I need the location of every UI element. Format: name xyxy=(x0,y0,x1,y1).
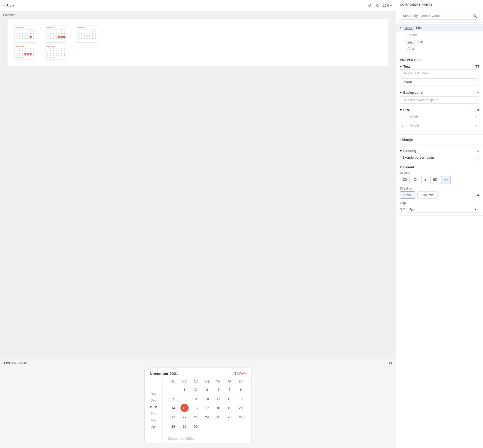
cal-day-13[interactable]: 13 xyxy=(237,395,245,403)
preview-area: LIVE PREVIEW ⊡ November 2021 TODAY Nov D… xyxy=(0,358,396,448)
background-token-caret-icon: ▾ xyxy=(475,99,477,101)
padding-group-header[interactable]: ▾ Padding ⊕ xyxy=(400,147,479,154)
side-month-mar[interactable]: Mar xyxy=(148,418,159,423)
cal-day-7[interactable]: 7 xyxy=(169,395,177,403)
height-icon: ↕ xyxy=(400,124,405,128)
side-month-2022[interactable]: 2022 xyxy=(148,405,159,410)
cal-day-25[interactable]: 25 xyxy=(214,413,222,421)
component-tree: ▾ button Title ::Before span Text ::Afte… xyxy=(396,22,483,54)
text-token-caret-icon: ▾ xyxy=(475,72,477,75)
undo-button[interactable]: ↺ xyxy=(367,3,372,8)
cal-day-4[interactable]: 4 xyxy=(214,385,222,394)
gap-icon xyxy=(400,207,405,211)
weekday-tu: TU xyxy=(190,378,201,385)
text-inherit-caret-icon: ▾ xyxy=(475,81,477,84)
cal-day-14[interactable]: 14 xyxy=(169,404,177,412)
cal-day-10[interactable]: 10 xyxy=(203,395,211,403)
cal-day-24[interactable]: 24 xyxy=(203,413,211,421)
mini-cal-4: January 2021 SMTWTFS 1234567 89101112131… xyxy=(14,44,36,60)
cal-day-11[interactable]: 11 xyxy=(214,395,222,403)
gap-row: 4px ▾ xyxy=(400,206,479,213)
weekday-th: TH xyxy=(213,378,224,385)
background-add-button[interactable]: + xyxy=(477,90,479,95)
cal-day-1[interactable]: 1 xyxy=(180,385,189,394)
display-inline-block-button[interactable] xyxy=(411,176,420,184)
tree-child-after[interactable]: ::After xyxy=(396,45,483,52)
right-panel: COMPONENT PARTS 🔍 ▾ button Title ::Befor… xyxy=(396,0,483,448)
layout-group-header[interactable]: ▾ Layout xyxy=(400,164,479,170)
tree-after-label: ::After xyxy=(406,47,415,51)
cal-day-3[interactable]: 3 xyxy=(203,385,211,394)
preview-label: LIVE PREVIEW xyxy=(4,361,27,364)
direction-swap-button[interactable]: ⇌ xyxy=(476,193,479,197)
redo-button[interactable]: ↻ xyxy=(375,3,380,8)
cal-day-27[interactable]: 27 xyxy=(237,413,245,421)
background-token-placeholder: Select a token or type in xyxy=(403,98,438,102)
text-group-header[interactable]: ▾ Text TT xyxy=(400,63,479,69)
search-input[interactable] xyxy=(400,12,479,20)
back-button[interactable]: ‹ Back xyxy=(4,4,14,8)
padding-group-title: ▾ Padding xyxy=(400,149,416,153)
search-icon: 🔍 xyxy=(473,14,477,18)
size-options-button[interactable]: ... xyxy=(474,108,479,112)
canvas-area: Calendar January 2021 SMTWTFS 12 3456789… xyxy=(0,11,396,358)
gap-value-select[interactable]: 4px ▾ xyxy=(407,206,479,213)
cal-day-22[interactable]: 22 xyxy=(180,413,189,421)
display-inline-flex-button[interactable] xyxy=(441,176,451,184)
svg-rect-4 xyxy=(435,179,436,181)
side-month-nov[interactable]: Nov xyxy=(148,391,159,396)
tree-root-item[interactable]: ▾ button Title xyxy=(396,24,483,31)
cal-day-2[interactable]: 2 xyxy=(192,385,200,394)
cal-day-28[interactable]: 28 xyxy=(169,422,177,430)
cal-day-20[interactable]: 20 xyxy=(237,404,245,412)
tree-child-span-text[interactable]: span Text xyxy=(396,38,483,45)
background-group-header[interactable]: ▾ Background + xyxy=(400,88,479,96)
calendar-widget: November 2021 TODAY Nov Dec 2022 Feb Mar… xyxy=(144,368,252,443)
cal-day-17[interactable]: 17 xyxy=(203,404,211,412)
display-inline-button[interactable]: A xyxy=(421,176,429,184)
cal-day-21[interactable]: 21 xyxy=(169,413,177,421)
weekday-mo: MO xyxy=(179,378,190,385)
properties-section-header: PROPERTIES xyxy=(400,56,479,63)
width-select[interactable]: Width ▾ xyxy=(407,113,479,120)
preview-expand-button[interactable]: ⊡ xyxy=(389,361,392,365)
cal-day-26[interactable]: 26 xyxy=(225,413,234,421)
background-token-select[interactable]: Select a token or type in ▾ xyxy=(400,96,479,104)
calendar-today-button[interactable]: TODAY xyxy=(234,372,246,376)
tree-child-before[interactable]: ::Before xyxy=(396,31,483,38)
text-inherit-select[interactable]: inherit ▾ xyxy=(400,78,479,86)
cal-day-29[interactable]: 29 xyxy=(180,422,189,430)
cal-day-19[interactable]: 19 xyxy=(225,404,234,412)
border-radius-select[interactable]: $kendo-border-radius ▾ xyxy=(400,154,479,161)
direction-column-button[interactable]: Column xyxy=(417,191,438,199)
display-block-button[interactable] xyxy=(400,176,410,184)
svg-rect-11 xyxy=(403,208,405,210)
direction-row-button[interactable]: Row xyxy=(400,191,415,199)
text-token-select[interactable]: Select Text Token ▾ xyxy=(400,69,479,77)
display-flex-button[interactable] xyxy=(430,176,440,184)
search-box: 🔍 xyxy=(396,9,483,22)
cal-day-5[interactable]: 5 xyxy=(225,385,234,394)
cal-day-23[interactable]: 23 xyxy=(192,413,200,421)
zoom-display[interactable]: 17% ▾ xyxy=(383,4,392,7)
svg-rect-7 xyxy=(445,179,446,180)
text-inherit-value: inherit xyxy=(403,80,412,84)
cal-day-6[interactable]: 6 xyxy=(237,385,245,394)
svg-rect-2 xyxy=(416,179,417,180)
side-month-apr[interactable]: Apr xyxy=(148,425,159,430)
cal-day-16[interactable]: 16 xyxy=(192,404,200,412)
cal-day-18[interactable]: 18 xyxy=(214,404,222,412)
cal-day-8[interactable]: 8 xyxy=(180,395,189,403)
size-active-indicator xyxy=(477,109,479,111)
cal-day-15-today[interactable]: 15 xyxy=(180,404,189,412)
side-month-feb[interactable]: Feb xyxy=(148,411,159,416)
cal-day-9[interactable]: 9 xyxy=(192,395,200,403)
size-group-title[interactable]: ▾ Size xyxy=(400,108,410,112)
height-select[interactable]: Height ▾ xyxy=(407,122,479,129)
side-month-dec[interactable]: Dec xyxy=(148,398,159,403)
cal-day-30[interactable]: 30 xyxy=(192,422,200,430)
cal-day-12[interactable]: 12 xyxy=(225,395,234,403)
text-property-group: ▾ Text TT Select Text Token ▾ inherit ▾ xyxy=(400,63,479,86)
svg-rect-0 xyxy=(403,179,406,181)
margin-group-header[interactable]: › Margin xyxy=(400,136,479,143)
